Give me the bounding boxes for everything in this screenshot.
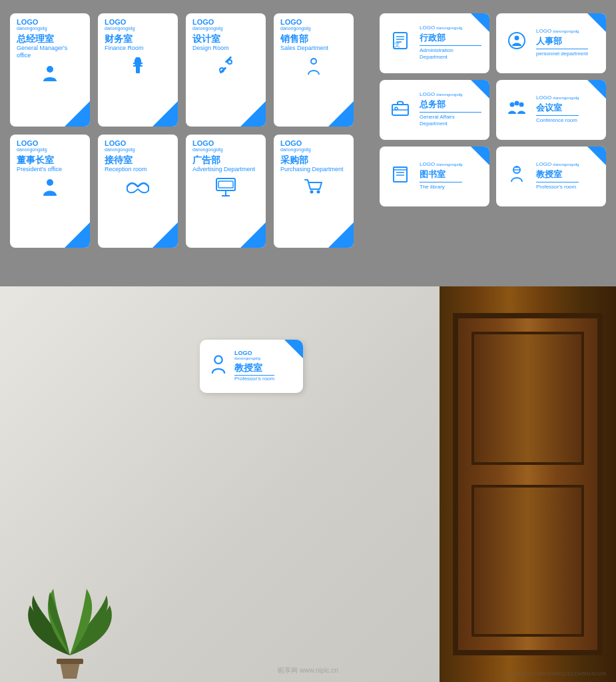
watermark-bottom: 昵享网 www.nipic.cn — [278, 666, 338, 675]
card-title-en: Purchasing Department — [280, 166, 347, 174]
svg-point-0 — [47, 66, 53, 73]
billboard-icon — [192, 177, 259, 202]
svg-rect-38 — [515, 167, 518, 168]
card-title-zh: 广告部 — [192, 155, 259, 166]
logo-text: LOGO — [280, 19, 347, 26]
svg-point-12 — [47, 179, 53, 186]
cart-icon — [280, 177, 347, 202]
svg-point-17 — [310, 190, 314, 194]
handshake-icon — [105, 177, 171, 200]
person-suit-icon — [17, 177, 83, 202]
sign-card-general-manager: LOGO danongongsilg 总经理室 General Manager'… — [10, 13, 90, 127]
svg-point-11 — [311, 59, 316, 64]
book-icon — [388, 165, 413, 188]
card-title-en: Finance Room — [105, 45, 171, 53]
hr-text: LOGO danongongsilg 人事部 personnel departm… — [536, 28, 588, 57]
doc-icon: 文 — [388, 31, 413, 55]
card-title-en: Design Room — [192, 45, 259, 53]
sign-card-professor: LOGO danongongsilg 教授室 Professor's room — [496, 147, 606, 206]
sign-card-administration: 文 LOGO danongongsilg 行政部 Administration … — [380, 13, 489, 73]
card-title-zh: 接待室 — [105, 155, 171, 166]
top-section: LOGO danongongsilg 总经理室 General Manager'… — [0, 0, 616, 286]
svg-point-10 — [228, 60, 232, 64]
conference-text: LOGO danongongsilg 会议室 Conference room — [536, 95, 579, 124]
logo-text: LOGO — [192, 140, 259, 147]
right-cards-section: 文 LOGO danongongsilg 行政部 Administration … — [380, 13, 606, 273]
sign-card-design: LOGO danongongsilg 设计室 Design Room — [186, 13, 266, 127]
card-title-zh: 行政部 — [420, 32, 481, 46]
card-title-en: Conference room — [536, 117, 579, 124]
featured-text: LOGO danongongsilg 教授室 Professor's room — [234, 350, 274, 382]
logo-sub: danongongsilg — [17, 26, 83, 31]
svg-rect-40 — [57, 659, 83, 664]
bottom-section: LOGO danongongsilg 教授室 Professor's room — [0, 286, 616, 682]
card-title-zh: 人事部 — [536, 35, 588, 49]
door — [440, 286, 616, 682]
logo-text: LOGO — [17, 19, 83, 26]
sign-card-purchasing: LOGO danongongsilg 采购部 Purchasing Depart… — [274, 135, 354, 248]
svg-point-18 — [317, 190, 320, 194]
administration-text: LOGO danongongsilg 行政部 Administration De… — [420, 25, 481, 61]
card-title-zh: 董事长室 — [17, 155, 83, 166]
card-title-en: General Affairs Department — [420, 114, 481, 128]
card-title-en: General Manager's office — [17, 45, 83, 60]
logo-text: LOGO — [17, 140, 83, 147]
sign-card-hr: LOGO danongongsilg 人事部 personnel departm… — [496, 13, 606, 73]
logo-sub: danongongsilg — [192, 147, 259, 152]
professor-icon — [504, 165, 529, 188]
logo-text: LOGO — [192, 19, 259, 26]
sign-card-reception: LOGO danongongsilg 接待室 Reception room — [98, 135, 178, 248]
card-title-en: Administration Department — [420, 47, 481, 61]
svg-point-24 — [509, 33, 525, 49]
sign-card-conference: LOGO danongongsilg 会议室 Conference room — [496, 80, 606, 140]
sign-card-general-affairs: LOGO danongongsilg 总务部 General Affairs D… — [380, 80, 489, 140]
logo-sub: danongongsilg — [280, 147, 347, 152]
card-title-en: Professor's room — [536, 184, 579, 190]
tools-icon — [192, 56, 259, 81]
svg-rect-16 — [218, 181, 233, 188]
yen-icon: ¥ — [105, 56, 171, 81]
logo-sub: danongongsilg — [105, 147, 171, 152]
logo-text: LOGO — [105, 19, 171, 26]
featured-title-zh: 教授室 — [234, 362, 274, 376]
card-title-zh: 图书室 — [420, 169, 462, 182]
card-title-en: The library — [420, 184, 462, 190]
card-title-zh: 采购部 — [280, 155, 347, 166]
card-title-en: Sales Department — [280, 45, 347, 53]
logo-sub: danongongsilg — [105, 26, 171, 31]
featured-title-en: Professor's room — [234, 376, 274, 382]
library-text: LOGO danongongsilg 图书室 The library — [420, 161, 462, 190]
person-icon — [17, 64, 83, 89]
door-panel — [453, 313, 603, 655]
sign-card-advertising: LOGO danongongsilg 广告部 Advertising Depar… — [186, 135, 266, 248]
card-title-en: personnel department — [536, 51, 588, 57]
door-panel-lower — [471, 485, 584, 637]
svg-point-39 — [214, 356, 222, 363]
professor-text: LOGO danongongsilg 教授室 Professor's room — [536, 161, 579, 190]
svg-text:文: 文 — [394, 41, 400, 48]
card-title-zh: 总经理室 — [17, 33, 83, 45]
featured-icon — [208, 354, 229, 378]
card-title-zh: 教授室 — [536, 169, 579, 182]
general-affairs-text: LOGO danongongsilg 总务部 General Affairs D… — [420, 91, 481, 128]
svg-rect-13 — [216, 178, 235, 190]
people-icon — [504, 98, 529, 121]
briefcase-icon — [388, 98, 413, 121]
person-circle-icon — [504, 31, 529, 55]
card-title-zh: 总务部 — [420, 99, 481, 113]
card-title-zh: 财务室 — [105, 33, 171, 45]
svg-point-30 — [515, 101, 519, 105]
sign-card-library: LOGO danongongsilg 图书室 The library — [380, 147, 489, 206]
card-title-en: Advertising Department — [192, 166, 259, 174]
card-title-en: President's office — [17, 166, 83, 174]
sign-card-sales: LOGO danongongsilg 销售部 Sales Department — [274, 13, 354, 127]
card-title-en: Reception room — [105, 166, 171, 174]
svg-point-29 — [510, 102, 515, 107]
svg-point-31 — [519, 102, 524, 107]
logo-sub: danongongsilg — [17, 147, 83, 152]
plant — [20, 575, 120, 682]
logo-sub: danongongsilg — [192, 26, 259, 31]
wall: LOGO danongongsilg 教授室 Professor's room — [0, 286, 616, 682]
card-title-zh: 销售部 — [280, 33, 347, 45]
card-title-zh: 会议室 — [536, 102, 579, 116]
